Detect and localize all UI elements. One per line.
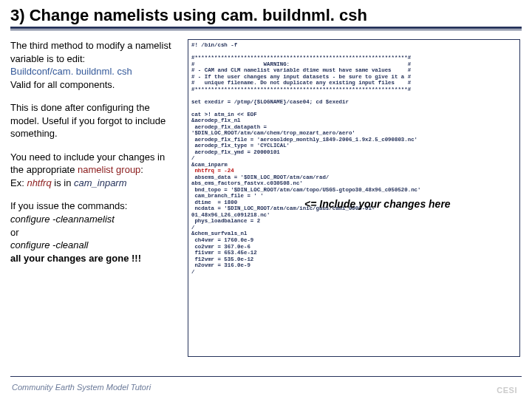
code-c6: aerodep_flx_type = 'CYCLICAL'	[191, 143, 290, 149]
nhtfrq-var: nhtfrq	[27, 177, 51, 188]
code-c5: aerodep_flx_file = 'aerosoldep_monthly_1…	[191, 137, 417, 143]
code-c9: &cam_inparm	[191, 162, 228, 168]
code-w5: # unique filename. Do not duplicate any …	[191, 80, 411, 86]
p1c-text: Valid for all components.	[10, 79, 115, 90]
code-w6: #***************************************…	[191, 86, 411, 92]
page-title: 3) Change namelists using cam. buildnml.…	[10, 6, 522, 25]
code-w1: #***************************************…	[191, 55, 411, 61]
code-nhtfrq: nhtfrq = -24	[191, 168, 234, 174]
code-w4: # - If the user changes any input datase…	[191, 74, 411, 80]
code-w3: # - CAM and CLM namelist variable dtime …	[191, 67, 411, 73]
include-changes-annotation: <= Include your changes here	[304, 198, 451, 210]
p4e: all your changes are gone !!!	[10, 253, 141, 264]
code-c23: f11vmr = 653.45e-12	[191, 250, 257, 256]
code-c19: /	[191, 225, 194, 231]
footer-text: Community Earth System Model Tutori	[12, 383, 151, 392]
code-c18: phys_loadbalance = 2	[191, 218, 260, 224]
p3f: is in	[52, 177, 74, 188]
logo: CESI	[497, 386, 517, 395]
code-c21: ch4vmr = 1760.0e-9	[191, 237, 253, 243]
left-column: The third method to modify a namelist va…	[10, 39, 180, 357]
code-l1: #! /bin/csh -f	[191, 42, 237, 48]
footer-rule	[10, 376, 522, 377]
code-c14: cam_branch_file = ' '	[191, 193, 264, 199]
code-c4: '$DIN_LOC_ROOT/atm/cam/chem/trop_mozart_…	[191, 130, 355, 136]
p3c: :	[140, 164, 143, 175]
code-c25: n2ovmr = 316.0e-9	[191, 262, 250, 268]
paragraph-1: The third method to modify a namelist va…	[10, 39, 180, 91]
namelist-group: namelist group	[78, 164, 140, 175]
code-c1: cat >! atm_in << EOF	[191, 112, 257, 117]
code-c17: 01_48x96_L26_c091218.nc'	[191, 212, 270, 218]
p1-text: The third method to modify a namelist va…	[10, 40, 171, 64]
cfg-clean-all: configure -cleanall	[10, 239, 89, 250]
paragraph-3: You need to include your changes in the …	[10, 151, 180, 190]
code-c13: bnd_topo = '$DIN_LOC_ROOT/atm/cam/topo/U…	[191, 187, 420, 193]
code-c15: dtime = 1800	[191, 200, 237, 205]
p4c: or	[10, 227, 19, 238]
code-c11: absems_data = '$DIN_LOC_ROOT/atm/cam/rad…	[191, 174, 329, 180]
code-c3: aerodep_flx_datapath =	[191, 124, 267, 130]
code-c26: /	[191, 269, 194, 275]
slide: 3) Change namelists using cam. buildnml.…	[0, 0, 532, 399]
code-w2: # WARNING: #	[191, 61, 411, 67]
p4a: If you issue the commands:	[10, 200, 127, 211]
cam-inparm-label: cam_inparm	[74, 177, 127, 188]
build-path: Buildconf/cam. buildnml. csh	[10, 66, 132, 77]
code-c12: abs_ems_factors_fastvx.c030508.nc'	[191, 180, 303, 186]
p3d: Ex:	[10, 177, 27, 188]
code-c22: co2vmr = 367.0e-6	[191, 244, 250, 250]
cfg-clean-namelist: configure -cleannamelist	[10, 214, 115, 225]
paragraph-4: If you issue the commands: configure -cl…	[10, 200, 180, 265]
code-c7: aerodep_flx_ymd = 20000101	[191, 149, 280, 155]
code-c2: &aerodep_flx_nl	[191, 117, 241, 123]
title-rule	[10, 27, 522, 30]
code-s1: set exedir = /ptmp/{$LOGNAME}/case04; cd…	[191, 99, 349, 105]
code-c8: /	[191, 155, 194, 161]
code-c24: f12vmr = 535.0e-12	[191, 256, 253, 262]
code-c20: &chem_surfvals_nl	[191, 231, 247, 236]
paragraph-2: This is done after configuring the model…	[10, 101, 180, 140]
